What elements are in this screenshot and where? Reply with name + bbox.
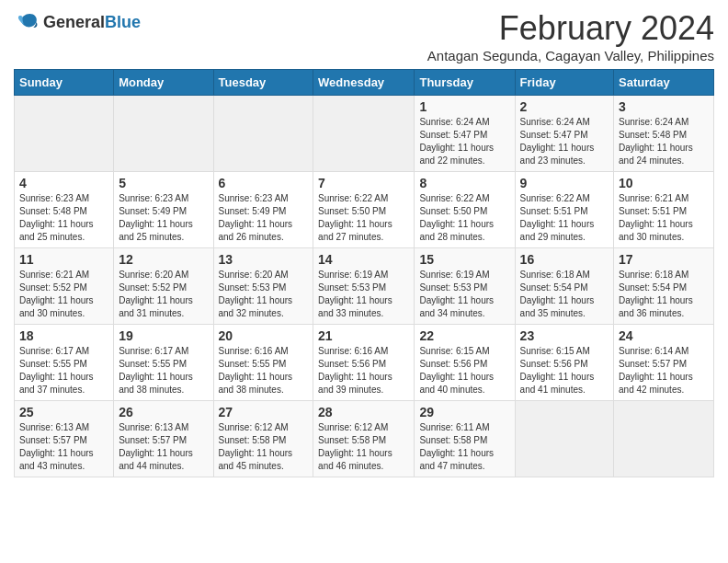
calendar-cell: 18Sunrise: 6:17 AM Sunset: 5:55 PM Dayli… bbox=[15, 325, 114, 401]
calendar-cell: 27Sunrise: 6:12 AM Sunset: 5:58 PM Dayli… bbox=[213, 401, 313, 477]
day-info: Sunrise: 6:23 AM Sunset: 5:48 PM Dayligh… bbox=[19, 192, 108, 244]
calendar-cell: 16Sunrise: 6:18 AM Sunset: 5:54 PM Dayli… bbox=[515, 248, 613, 325]
day-number: 11 bbox=[19, 252, 108, 267]
day-number: 3 bbox=[619, 99, 709, 114]
column-header-monday: Monday bbox=[114, 70, 213, 96]
day-number: 26 bbox=[119, 405, 208, 419]
day-number: 10 bbox=[619, 176, 709, 190]
calendar-week-row: 11Sunrise: 6:21 AM Sunset: 5:52 PM Dayli… bbox=[15, 248, 714, 325]
day-info: Sunrise: 6:12 AM Sunset: 5:58 PM Dayligh… bbox=[318, 421, 409, 473]
day-number: 12 bbox=[119, 252, 208, 267]
calendar-cell: 7Sunrise: 6:22 AM Sunset: 5:50 PM Daylig… bbox=[313, 172, 415, 248]
day-number: 2 bbox=[520, 99, 609, 114]
day-info: Sunrise: 6:23 AM Sunset: 5:49 PM Dayligh… bbox=[119, 192, 208, 244]
day-number: 15 bbox=[419, 252, 509, 267]
day-number: 19 bbox=[119, 328, 208, 343]
calendar-cell: 20Sunrise: 6:16 AM Sunset: 5:55 PM Dayli… bbox=[213, 325, 313, 401]
calendar-cell: 5Sunrise: 6:23 AM Sunset: 5:49 PM Daylig… bbox=[114, 172, 213, 248]
column-header-saturday: Saturday bbox=[614, 70, 714, 96]
calendar-cell: 15Sunrise: 6:19 AM Sunset: 5:53 PM Dayli… bbox=[415, 248, 515, 325]
calendar-cell: 2Sunrise: 6:24 AM Sunset: 5:47 PM Daylig… bbox=[515, 96, 613, 172]
day-info: Sunrise: 6:22 AM Sunset: 5:50 PM Dayligh… bbox=[318, 192, 409, 244]
calendar-cell: 14Sunrise: 6:19 AM Sunset: 5:53 PM Dayli… bbox=[313, 248, 415, 325]
day-info: Sunrise: 6:19 AM Sunset: 5:53 PM Dayligh… bbox=[318, 269, 409, 320]
title-area: February 2024 Antagan Segunda, Cagayan V… bbox=[427, 9, 714, 63]
calendar-cell: 10Sunrise: 6:21 AM Sunset: 5:51 PM Dayli… bbox=[614, 172, 714, 248]
calendar-cell bbox=[515, 401, 613, 477]
day-info: Sunrise: 6:15 AM Sunset: 5:56 PM Dayligh… bbox=[419, 345, 509, 396]
calendar-week-row: 25Sunrise: 6:13 AM Sunset: 5:57 PM Dayli… bbox=[15, 401, 714, 477]
day-info: Sunrise: 6:11 AM Sunset: 5:58 PM Dayligh… bbox=[419, 421, 509, 473]
day-number: 28 bbox=[318, 405, 409, 419]
logo-bird-icon bbox=[14, 9, 40, 35]
calendar-cell: 3Sunrise: 6:24 AM Sunset: 5:48 PM Daylig… bbox=[614, 96, 714, 172]
day-info: Sunrise: 6:14 AM Sunset: 5:57 PM Dayligh… bbox=[619, 345, 709, 396]
day-number: 1 bbox=[419, 99, 509, 114]
column-header-thursday: Thursday bbox=[415, 70, 515, 96]
calendar-table: SundayMondayTuesdayWednesdayThursdayFrid… bbox=[14, 69, 714, 477]
calendar-cell: 17Sunrise: 6:18 AM Sunset: 5:54 PM Dayli… bbox=[614, 248, 714, 325]
day-info: Sunrise: 6:24 AM Sunset: 5:47 PM Dayligh… bbox=[520, 116, 609, 167]
day-number: 23 bbox=[520, 328, 609, 343]
calendar-cell: 21Sunrise: 6:16 AM Sunset: 5:56 PM Dayli… bbox=[313, 325, 415, 401]
day-info: Sunrise: 6:13 AM Sunset: 5:57 PM Dayligh… bbox=[19, 421, 108, 473]
day-info: Sunrise: 6:20 AM Sunset: 5:52 PM Dayligh… bbox=[119, 269, 208, 320]
calendar-cell: 26Sunrise: 6:13 AM Sunset: 5:57 PM Dayli… bbox=[114, 401, 213, 477]
day-number: 6 bbox=[219, 176, 309, 190]
calendar-cell: 29Sunrise: 6:11 AM Sunset: 5:58 PM Dayli… bbox=[415, 401, 515, 477]
calendar-cell: 13Sunrise: 6:20 AM Sunset: 5:53 PM Dayli… bbox=[213, 248, 313, 325]
calendar-cell bbox=[114, 96, 213, 172]
day-number: 27 bbox=[219, 405, 309, 419]
day-info: Sunrise: 6:18 AM Sunset: 5:54 PM Dayligh… bbox=[619, 269, 709, 320]
column-header-sunday: Sunday bbox=[15, 70, 114, 96]
day-number: 13 bbox=[219, 252, 309, 267]
month-title: February 2024 bbox=[427, 9, 714, 48]
day-number: 25 bbox=[19, 405, 108, 419]
day-info: Sunrise: 6:17 AM Sunset: 5:55 PM Dayligh… bbox=[19, 345, 108, 396]
logo: GeneralBlue bbox=[14, 9, 141, 35]
calendar-cell: 23Sunrise: 6:15 AM Sunset: 5:56 PM Dayli… bbox=[515, 325, 613, 401]
location: Antagan Segunda, Cagayan Valley, Philipp… bbox=[427, 48, 714, 63]
logo-text: GeneralBlue bbox=[43, 13, 141, 32]
calendar-cell bbox=[213, 96, 313, 172]
day-number: 14 bbox=[318, 252, 409, 267]
day-info: Sunrise: 6:15 AM Sunset: 5:56 PM Dayligh… bbox=[520, 345, 609, 396]
logo-general: General bbox=[43, 13, 105, 31]
calendar-week-row: 4Sunrise: 6:23 AM Sunset: 5:48 PM Daylig… bbox=[15, 172, 714, 248]
calendar-week-row: 1Sunrise: 6:24 AM Sunset: 5:47 PM Daylig… bbox=[15, 96, 714, 172]
day-number: 18 bbox=[19, 328, 108, 343]
calendar-cell: 28Sunrise: 6:12 AM Sunset: 5:58 PM Dayli… bbox=[313, 401, 415, 477]
day-info: Sunrise: 6:23 AM Sunset: 5:49 PM Dayligh… bbox=[219, 192, 309, 244]
day-number: 21 bbox=[318, 328, 409, 343]
day-number: 22 bbox=[419, 328, 509, 343]
day-number: 29 bbox=[419, 405, 509, 419]
day-info: Sunrise: 6:12 AM Sunset: 5:58 PM Dayligh… bbox=[219, 421, 309, 473]
day-number: 24 bbox=[619, 328, 709, 343]
calendar-week-row: 18Sunrise: 6:17 AM Sunset: 5:55 PM Dayli… bbox=[15, 325, 714, 401]
day-info: Sunrise: 6:16 AM Sunset: 5:56 PM Dayligh… bbox=[318, 345, 409, 396]
day-number: 17 bbox=[619, 252, 709, 267]
calendar-header-row: SundayMondayTuesdayWednesdayThursdayFrid… bbox=[15, 70, 714, 96]
calendar-cell: 1Sunrise: 6:24 AM Sunset: 5:47 PM Daylig… bbox=[415, 96, 515, 172]
calendar-cell: 9Sunrise: 6:22 AM Sunset: 5:51 PM Daylig… bbox=[515, 172, 613, 248]
logo-blue: Blue bbox=[105, 13, 141, 31]
calendar-cell bbox=[614, 401, 714, 477]
column-header-tuesday: Tuesday bbox=[213, 70, 313, 96]
day-info: Sunrise: 6:20 AM Sunset: 5:53 PM Dayligh… bbox=[219, 269, 309, 320]
calendar-cell: 22Sunrise: 6:15 AM Sunset: 5:56 PM Dayli… bbox=[415, 325, 515, 401]
day-info: Sunrise: 6:22 AM Sunset: 5:51 PM Dayligh… bbox=[520, 192, 609, 244]
day-number: 7 bbox=[318, 176, 409, 190]
day-info: Sunrise: 6:24 AM Sunset: 5:47 PM Dayligh… bbox=[419, 116, 509, 167]
day-info: Sunrise: 6:21 AM Sunset: 5:52 PM Dayligh… bbox=[19, 269, 108, 320]
day-number: 8 bbox=[419, 176, 509, 190]
day-number: 16 bbox=[520, 252, 609, 267]
calendar-cell bbox=[313, 96, 415, 172]
column-header-friday: Friday bbox=[515, 70, 613, 96]
day-number: 4 bbox=[19, 176, 108, 190]
calendar-cell: 8Sunrise: 6:22 AM Sunset: 5:50 PM Daylig… bbox=[415, 172, 515, 248]
calendar-cell: 19Sunrise: 6:17 AM Sunset: 5:55 PM Dayli… bbox=[114, 325, 213, 401]
calendar-cell: 11Sunrise: 6:21 AM Sunset: 5:52 PM Dayli… bbox=[15, 248, 114, 325]
day-info: Sunrise: 6:24 AM Sunset: 5:48 PM Dayligh… bbox=[619, 116, 709, 167]
calendar-cell: 25Sunrise: 6:13 AM Sunset: 5:57 PM Dayli… bbox=[15, 401, 114, 477]
calendar-cell: 6Sunrise: 6:23 AM Sunset: 5:49 PM Daylig… bbox=[213, 172, 313, 248]
